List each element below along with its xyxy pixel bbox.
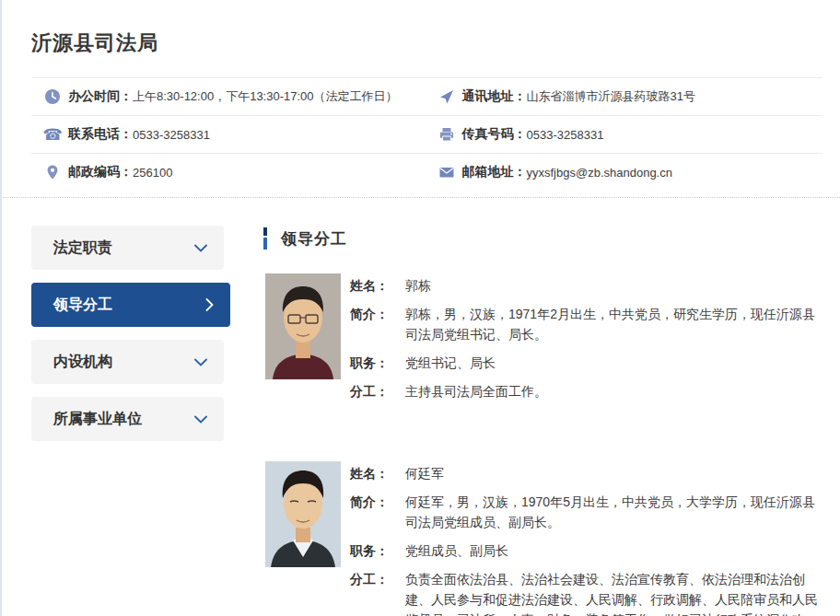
contact-row: 邮政编码： 256100 邮箱地址： yyxsfjbgs@zb.shandong…	[31, 154, 822, 191]
leader-photo	[265, 461, 341, 567]
sidebar-item-label: 领导分工	[53, 296, 112, 315]
leader-photo	[265, 273, 341, 379]
contact-cell-phone: ☎ 联系电话： 0533-3258331	[31, 116, 427, 153]
contact-label: 通讯地址：	[462, 88, 527, 105]
location-pin-icon	[44, 164, 61, 180]
contact-row: 办公时间： 上午8:30-12:00，下午13:30-17:00（法定工作日） …	[31, 78, 822, 116]
field-label: 分工：	[350, 569, 405, 616]
field-row: 姓名： 郭栋	[350, 275, 822, 296]
contact-value: 256100	[133, 166, 172, 180]
field-value: 党组书记、局长	[405, 353, 822, 373]
field-value: 郭栋，男，汉族，1971年2月出生，中共党员，研究生学历，现任沂源县司法局党组书…	[405, 304, 822, 344]
section-sidebar: 法定职责 领导分工 内设机构 所属事业单位	[31, 226, 230, 454]
field-label: 简介：	[350, 304, 405, 344]
sidebar-item-label: 所属事业单位	[53, 410, 142, 429]
dotted-divider	[0, 197, 840, 198]
contact-label: 邮箱地址：	[462, 164, 527, 180]
fax-icon	[438, 126, 455, 143]
leader-fields: 姓名： 何廷军 简介： 何廷军，男，汉族，1970年5月出生，中共党员，大学学历…	[350, 461, 822, 616]
field-label: 职务：	[350, 540, 405, 561]
sidebar-item-affiliated-units[interactable]: 所属事业单位	[31, 397, 224, 441]
chevron-down-icon	[194, 415, 207, 424]
field-row: 简介： 郭栋，男，汉族，1971年2月出生，中共党员，研究生学历，现任沂源县司法…	[350, 304, 822, 344]
sidebar-item-leadership[interactable]: 领导分工	[31, 283, 230, 327]
contact-label: 传真号码：	[462, 126, 527, 143]
field-value: 主持县司法局全面工作。	[405, 381, 822, 401]
field-value: 何廷军，男，汉族，1970年5月出生，中共党员，大学学历，现任沂源县司法局党组成…	[405, 492, 822, 532]
sidebar-item-label: 内设机构	[53, 353, 112, 372]
field-value: 党组成员、副局长	[405, 540, 822, 561]
leader-fields: 姓名： 郭栋 简介： 郭栋，男，汉族，1971年2月出生，中共党员，研究生学历，…	[350, 273, 822, 410]
contact-label: 联系电话：	[68, 126, 133, 143]
contact-info-table: 办公时间： 上午8:30-12:00，下午13:30-17:00（法定工作日） …	[31, 77, 822, 198]
chevron-down-icon	[194, 244, 207, 252]
leader-profile: 姓名： 何廷军 简介： 何廷军，男，汉族，1970年5月出生，中共党员，大学学历…	[263, 461, 822, 616]
contact-cell-postcode: 邮政编码： 256100	[31, 154, 427, 191]
contact-value: 0533-3258331	[527, 128, 604, 142]
sidebar-item-internal-orgs[interactable]: 内设机构	[31, 340, 224, 384]
field-row: 姓名： 何廷军	[350, 463, 822, 483]
chevron-right-icon	[205, 298, 214, 311]
contact-value: 山东省淄博市沂源县药玻路31号	[527, 88, 695, 105]
field-label: 姓名：	[350, 275, 405, 296]
field-value: 负责全面依法治县、法治社会建设、法治宣传教育、依法治理和法治创建、人民参与和促进…	[405, 569, 822, 616]
field-value: 何廷军	[405, 463, 822, 483]
field-row: 分工： 负责全面依法治县、法治社会建设、法治宣传教育、依法治理和法治创建、人民参…	[350, 569, 822, 616]
contact-value: 上午8:30-12:00，下午13:30-17:00（法定工作日）	[133, 88, 398, 105]
contact-label: 邮政编码：	[68, 164, 133, 180]
chevron-down-icon	[194, 358, 207, 366]
sidebar-item-legal-duties[interactable]: 法定职责	[31, 226, 224, 270]
field-label: 简介：	[350, 492, 405, 532]
leader-profile: 姓名： 郭栋 简介： 郭栋，男，汉族，1971年2月出生，中共党员，研究生学历，…	[263, 273, 822, 410]
contact-value: 0533-3258331	[133, 128, 210, 142]
section-marker-icon	[263, 227, 267, 250]
location-arrow-icon	[438, 88, 455, 105]
field-label: 姓名：	[350, 463, 405, 483]
clock-icon	[44, 88, 61, 105]
section-title: 领导分工	[281, 228, 347, 250]
field-row: 简介： 何廷军，男，汉族，1970年5月出生，中共党员，大学学历，现任沂源县司法…	[350, 492, 822, 532]
field-label: 分工：	[350, 381, 405, 401]
contact-cell-email: 邮箱地址： yyxsfjbgs@zb.shandong.cn	[427, 154, 823, 191]
contact-label: 办公时间：	[68, 88, 133, 105]
section-header: 领导分工	[263, 227, 822, 250]
contact-value: yyxsfjbgs@zb.shandong.cn	[527, 166, 672, 180]
contact-row: ☎ 联系电话： 0533-3258331 传真号码： 0533-3258331	[31, 116, 822, 154]
page-left-edge	[0, 0, 2, 616]
leadership-section: 领导分工	[263, 226, 822, 616]
contact-cell-office-hours: 办公时间： 上午8:30-12:00，下午13:30-17:00（法定工作日）	[31, 78, 427, 115]
page-title: 沂源县司法局	[31, 29, 822, 57]
field-row: 职务： 党组书记、局长	[350, 353, 822, 373]
field-label: 职务：	[350, 353, 405, 373]
agency-profile-page: 沂源县司法局 办公时间： 上午8:30-12:00，下午13:30-17:00（…	[0, 29, 840, 616]
field-row: 分工： 主持县司法局全面工作。	[350, 381, 822, 401]
mail-icon	[438, 164, 455, 180]
field-row: 职务： 党组成员、副局长	[350, 540, 822, 561]
contact-cell-address: 通讯地址： 山东省淄博市沂源县药玻路31号	[427, 78, 823, 115]
phone-icon: ☎	[44, 126, 61, 143]
contact-cell-fax: 传真号码： 0533-3258331	[427, 116, 823, 153]
sidebar-item-label: 法定职责	[53, 238, 112, 258]
field-value: 郭栋	[405, 275, 822, 296]
